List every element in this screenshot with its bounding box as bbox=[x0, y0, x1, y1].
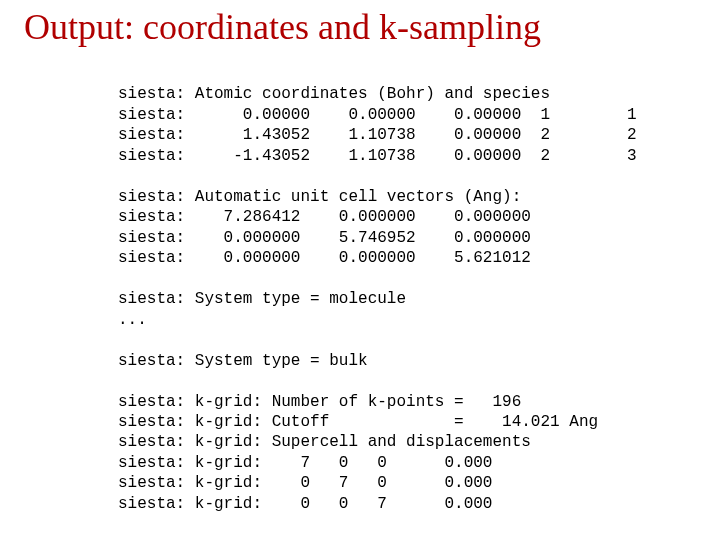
kgrid-row: siesta: k-grid: 0 7 0 0.000 bbox=[118, 474, 492, 492]
coord-row: siesta: 1.43052 1.10738 0.00000 2 2 bbox=[118, 126, 636, 144]
system-type-bulk: siesta: System type = bulk bbox=[118, 352, 368, 370]
cell-row: siesta: 0.000000 5.746952 0.000000 bbox=[118, 229, 531, 247]
code-output: siesta: Atomic coordinates (Bohr) and sp… bbox=[118, 64, 636, 535]
cell-row: siesta: 7.286412 0.000000 0.000000 bbox=[118, 208, 531, 226]
slide-title: Output: coordinates and k-sampling bbox=[24, 6, 541, 48]
coord-row: siesta: 0.00000 0.00000 0.00000 1 1 bbox=[118, 106, 636, 124]
kgrid-row: siesta: k-grid: 7 0 0 0.000 bbox=[118, 454, 492, 472]
cell-row: siesta: 0.000000 0.000000 5.621012 bbox=[118, 249, 531, 267]
kgrid-supercell: siesta: k-grid: Supercell and displaceme… bbox=[118, 433, 531, 451]
system-type-molecule: siesta: System type = molecule bbox=[118, 290, 406, 308]
slide: Output: coordinates and k-sampling siest… bbox=[0, 0, 720, 540]
coord-row: siesta: -1.43052 1.10738 0.00000 2 3 bbox=[118, 147, 636, 165]
coord-header-line: siesta: Atomic coordinates (Bohr) and sp… bbox=[118, 85, 550, 103]
kgrid-npoints: siesta: k-grid: Number of k-points = 196 bbox=[118, 393, 521, 411]
cell-header-line: siesta: Automatic unit cell vectors (Ang… bbox=[118, 188, 521, 206]
kgrid-cutoff: siesta: k-grid: Cutoff = 14.021 Ang bbox=[118, 413, 598, 431]
kgrid-row: siesta: k-grid: 0 0 7 0.000 bbox=[118, 495, 492, 513]
ellipsis: ... bbox=[118, 311, 147, 329]
